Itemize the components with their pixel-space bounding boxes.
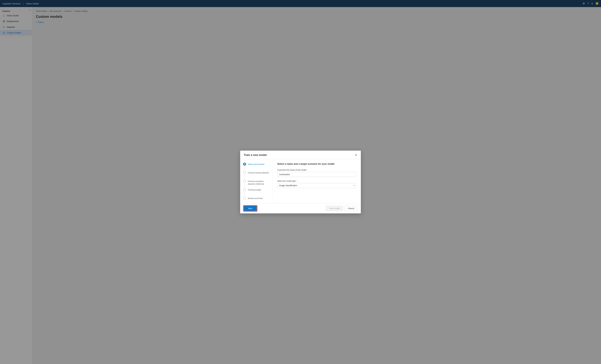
model-name-input[interactable] [277, 172, 356, 177]
modal-title: Train a new model [244, 154, 267, 157]
wizard-step-eval-datasets: Choose evaluation datasets (Optional) [243, 180, 270, 188]
step-line-2 [244, 175, 245, 179]
step-1-label[interactable]: Name and scenario [248, 163, 264, 166]
next-button[interactable]: Next [244, 206, 257, 211]
model-name-label: Customize the name of this model* [277, 169, 356, 171]
wizard-step-review-finish: Review and finish [243, 197, 270, 200]
step-circle-3 [243, 180, 246, 183]
modal-close-button[interactable]: ✕ [355, 154, 357, 157]
train-model-button: Train model [326, 206, 343, 211]
model-name-required-star: * [307, 169, 307, 171]
step-circle-4 [243, 188, 246, 191]
step-circle-5 [243, 197, 246, 200]
train-model-modal: Train a new model ✕ Name and scenario [240, 151, 361, 213]
wizard-content-panel: Select a name and a target scenario for … [272, 159, 361, 203]
step-indicator-col-2 [243, 171, 246, 180]
modal-overlay: Train a new model ✕ Name and scenario [0, 0, 601, 364]
step-indicator-col-5 [243, 197, 246, 200]
step-5-label[interactable]: Review and finish [248, 197, 263, 200]
wizard-step-training-datasets: Choose training datasets [243, 171, 270, 180]
model-type-select-wrapper: Image classification Object detection Im… [277, 183, 356, 188]
step-indicator-col-3 [243, 180, 246, 188]
model-type-label: Select the model type* [277, 180, 356, 182]
step-circle-2 [243, 171, 246, 174]
step-indicator-col-4 [243, 188, 246, 197]
step-3-label[interactable]: Choose evaluation datasets (Optional) [248, 180, 270, 185]
step-indicator-col-1 [243, 163, 246, 171]
modal-header: Train a new model ✕ [240, 151, 361, 159]
step-circle-1 [243, 163, 246, 166]
step-2-label[interactable]: Choose training datasets [248, 171, 269, 174]
step-line-4 [244, 192, 245, 196]
modal-footer: Next Train model Cancel [240, 203, 361, 213]
step-4-label[interactable]: Training budget [248, 188, 261, 191]
step-line-1 [244, 166, 245, 171]
model-type-select[interactable]: Image classification Object detection Im… [277, 183, 356, 188]
model-type-group: Select the model type* Image classificat… [277, 180, 356, 188]
wizard-steps: Name and scenario Choose training datase… [240, 159, 272, 203]
step-line-3 [244, 183, 245, 188]
cancel-button[interactable]: Cancel [345, 206, 357, 211]
wizard-section-title: Select a name and a target scenario for … [277, 163, 356, 165]
modal-body: Name and scenario Choose training datase… [240, 159, 361, 203]
wizard-step-name-scenario: Name and scenario [243, 163, 270, 171]
model-type-required-star: * [296, 180, 297, 182]
model-name-group: Customize the name of this model* [277, 169, 356, 177]
wizard-step-training-budget: Training budget [243, 188, 270, 197]
